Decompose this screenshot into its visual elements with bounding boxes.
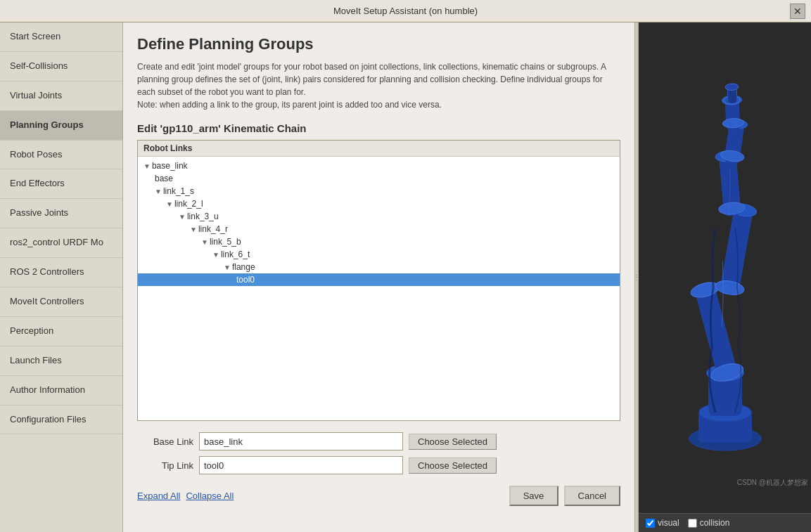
base-link-label: Base Link [137, 436, 193, 447]
window-title: MoveIt Setup Assistant (on humble) [21, 6, 790, 16]
tree-item-tool0[interactable]: tool0 [138, 273, 620, 286]
expand-arrow: ▼ [166, 200, 173, 208]
sidebar-item-moveit-controllers[interactable]: MoveIt Controllers [0, 287, 122, 317]
sidebar-item-end-effectors[interactable]: End Effectors [0, 169, 122, 199]
tree-panel[interactable]: Robot Links ▼ base_link base ▼ link_1_s [137, 140, 620, 421]
page-title: Define Planning Groups [137, 35, 620, 53]
sidebar-item-virtual-joints[interactable]: Virtual Joints [0, 82, 122, 111]
expand-arrow: ▼ [201, 238, 208, 246]
tree-item-flange[interactable]: ▼ flange [138, 261, 620, 273]
sidebar-item-ros2-control-urdf[interactable]: ros2_control URDF Mo [0, 228, 122, 258]
tip-link-choose-button[interactable]: Choose Selected [409, 458, 497, 474]
sidebar-item-planning-groups[interactable]: Planning Groups [0, 111, 122, 141]
sidebar: Start ScreenSelf-CollisionsVirtual Joint… [0, 22, 123, 532]
expand-all-button[interactable]: Expand All [137, 491, 180, 501]
bottom-controls: Expand All Collapse All Save Cancel [137, 486, 620, 506]
sidebar-item-self-collisions[interactable]: Self-Collisions [0, 52, 122, 82]
robot-arm-display [648, 64, 803, 472]
action-buttons: Save Cancel [509, 486, 620, 506]
expand-arrow: ▼ [143, 162, 151, 170]
sidebar-item-robot-poses[interactable]: Robot Poses [0, 141, 122, 170]
tip-link-input[interactable] [199, 456, 403, 474]
collapse-all-button[interactable]: Collapse All [186, 491, 234, 501]
tree-body: ▼ base_link base ▼ link_1_s ▼ link_ [138, 157, 620, 289]
collision-checkbox[interactable] [688, 519, 697, 528]
viewport: CSDN @机器人梦想家 visual collision [639, 22, 811, 532]
expand-arrow: ▼ [224, 264, 231, 271]
tree-item-base[interactable]: base [138, 172, 620, 185]
watermark: CSDN @机器人梦想家 [737, 478, 808, 488]
section-title: Edit 'gp110_arm' Kinematic Chain [137, 122, 620, 134]
title-bar: MoveIt Setup Assistant (on humble) ✕ [0, 0, 811, 22]
sidebar-item-ros2-controllers[interactable]: ROS 2 Controllers [0, 258, 122, 287]
description: Create and edit 'joint model' groups for… [137, 60, 620, 111]
collision-label: collision [700, 518, 730, 528]
tree-item-link_2_l[interactable]: ▼ link_2_l [138, 197, 620, 210]
expand-arrow: ▼ [179, 213, 186, 221]
base-link-input[interactable] [199, 432, 403, 450]
cancel-button[interactable]: Cancel [564, 486, 620, 506]
expand-arrow: ▼ [155, 188, 162, 195]
tree-item-base_link[interactable]: ▼ base_link [138, 160, 620, 172]
sidebar-item-author-information[interactable]: Author Information [0, 376, 122, 406]
main-container: Start ScreenSelf-CollisionsVirtual Joint… [0, 22, 811, 532]
sidebar-item-launch-files[interactable]: Launch Files [0, 346, 122, 376]
tree-item-link_6_t[interactable]: ▼ link_6_t [138, 248, 620, 261]
sidebar-item-start-screen[interactable]: Start Screen [0, 22, 122, 52]
visual-checkbox[interactable] [646, 519, 655, 528]
sidebar-item-perception[interactable]: Perception [0, 317, 122, 346]
visual-checkbox-label[interactable]: visual [646, 518, 679, 528]
base-link-choose-button[interactable]: Choose Selected [409, 434, 497, 450]
content-area: Define Planning Groups Create and edit '… [123, 22, 634, 532]
sidebar-item-passive-joints[interactable]: Passive Joints [0, 199, 122, 228]
tip-link-row: Tip Link Choose Selected [137, 456, 620, 474]
tree-item-link_5_b[interactable]: ▼ link_5_b [138, 235, 620, 248]
sidebar-item-configuration-files[interactable]: Configuration Files [0, 406, 122, 435]
expand-links: Expand All Collapse All [137, 491, 234, 501]
expand-arrow: ▼ [190, 226, 197, 233]
collision-checkbox-label[interactable]: collision [688, 518, 730, 528]
tree-item-link_1_s[interactable]: ▼ link_1_s [138, 185, 620, 197]
tip-link-label: Tip Link [137, 460, 193, 471]
viewport-bottom: visual collision [639, 513, 811, 532]
tree-header: Robot Links [138, 141, 620, 157]
tree-item-link_3_u[interactable]: ▼ link_3_u [138, 210, 620, 223]
viewport-canvas: CSDN @机器人梦想家 [639, 22, 811, 513]
visual-label: visual [658, 518, 679, 528]
tree-item-link_4_r[interactable]: ▼ link_4_r [138, 223, 620, 235]
close-button[interactable]: ✕ [790, 4, 805, 19]
expand-arrow: ▼ [212, 251, 219, 259]
save-button[interactable]: Save [509, 486, 558, 506]
base-link-row: Base Link Choose Selected [137, 432, 620, 450]
